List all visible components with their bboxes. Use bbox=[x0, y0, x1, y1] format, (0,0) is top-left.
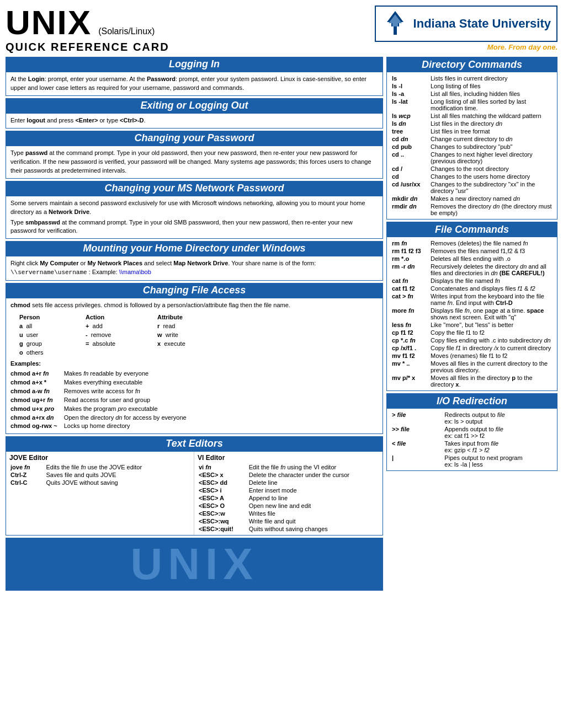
vi-desc8: Write file and quit bbox=[248, 517, 379, 525]
file-cmd-rm-f1f2f3: rm f1 f2 f3Removes the files named f1,f2… bbox=[390, 247, 554, 255]
vi-cmd4: <ESC> i bbox=[198, 486, 248, 494]
file-cmd-cp-c: cp *.c fnCopy files ending with .c into … bbox=[390, 336, 554, 344]
jove-cmd2: Ctrl-Z bbox=[9, 471, 45, 479]
file-access-content: chmod sets file access privileges. chmod… bbox=[6, 298, 383, 434]
unix-watermark-text: UNIX bbox=[130, 539, 258, 588]
dir-cmd-cd-slash: cd /Changes to the root directory bbox=[390, 165, 554, 173]
vi-row6: <ESC> O Open new line and edit bbox=[198, 502, 379, 510]
isu-name: Indiana State University bbox=[413, 17, 551, 31]
chmod-ex7: chmod og-rwx ~Locks up home directory bbox=[10, 422, 187, 431]
io-redirection-header: I/O Redirection bbox=[387, 394, 557, 409]
file-commands-header: File Commands bbox=[387, 222, 557, 237]
file-commands-content: rm fnRemoves (deletes) the file named fn… bbox=[387, 237, 557, 390]
mounting-link[interactable]: \\mama\bob bbox=[119, 269, 151, 275]
page: UNIX (Solaris/Linux) QUICK REFERENCE CAR… bbox=[0, 0, 563, 728]
io-cmd-gt: > file Redirects output to fileex: ls > … bbox=[390, 411, 554, 425]
vi-row9: <ESC>:quit! Quits without saving changes bbox=[198, 525, 379, 533]
chmod-row1-col1: a all bbox=[19, 322, 86, 331]
ms-network-text1: Some servers maintain a second password … bbox=[10, 199, 378, 217]
vi-desc1: Edit the file fn using the VI editor bbox=[248, 463, 379, 471]
io-cmd-lt: < file Takes input from fileex: gzip < f… bbox=[390, 440, 554, 454]
chmod-table: Person Action Attribute a all + add r re… bbox=[19, 313, 378, 357]
vi-row8: <ESC>:wq Write file and quit bbox=[198, 517, 379, 525]
chmod-row3-col1: g group bbox=[19, 340, 86, 349]
file-access-intro: chmod sets file access privileges. chmod… bbox=[10, 301, 378, 310]
ms-network-content: Some servers maintain a second password … bbox=[6, 196, 383, 239]
chmod-row2-col1: u user bbox=[19, 331, 86, 340]
vi-cmd3: <ESC> dd bbox=[198, 479, 248, 486]
dir-cmd-ls-a: ls -aList all files, including hidden fi… bbox=[390, 90, 554, 98]
file-cmd-rm-r: rm -r dnRecursively deletes the director… bbox=[390, 263, 554, 277]
vi-desc7: Writes file bbox=[248, 510, 379, 517]
jove-desc3: Quits JOVE without saving bbox=[45, 479, 190, 486]
dir-cmd-ls-wcp: ls wcpList all files matching the wildca… bbox=[390, 112, 554, 120]
mounting-header: Mounting your Home Directory under Windo… bbox=[6, 241, 383, 256]
jove-col: JOVE Editor jove fn Edits the file fn us… bbox=[6, 452, 194, 535]
logging-in-header: Logging In bbox=[6, 57, 383, 72]
vi-desc5: Append to line bbox=[248, 494, 379, 502]
file-cmd-mv-f1f2: mv f1 f2Moves (renames) file f1 to f2 bbox=[390, 352, 554, 360]
vi-row1: vi fn Edit the file fn using the VI edit… bbox=[198, 463, 379, 471]
dir-cmd-cd-usr: cd /usr/xxChanges to the subdirectory "x… bbox=[390, 180, 554, 195]
directory-commands-header: Directory Commands bbox=[387, 57, 557, 72]
io-redirection-section: I/O Redirection > file Redirects output … bbox=[386, 393, 557, 471]
chmod-row3-col3: x execute bbox=[157, 340, 224, 349]
dir-cmd-ls-lat: ls -latLong listing of all files sorted … bbox=[390, 98, 554, 112]
jove-table: jove fn Edits the file fn use the JOVE e… bbox=[9, 463, 190, 486]
dir-cmd-ls-l: ls -lLong listing of files bbox=[390, 82, 554, 90]
file-cmd-rm: rm fnRemoves (deletes) the file named fn bbox=[390, 239, 554, 247]
vi-cmd9: <ESC>:quit! bbox=[198, 525, 248, 533]
vi-cmd2: <ESC> x bbox=[198, 471, 248, 479]
directory-commands-content: lsLists files in current directory ls -l… bbox=[387, 72, 557, 219]
chmod-row2-col3: w write bbox=[157, 331, 224, 340]
editors-grid: JOVE Editor jove fn Edits the file fn us… bbox=[6, 452, 383, 535]
dir-cmd-ls: lsLists files in current directory bbox=[390, 74, 554, 82]
header-left: UNIX (Solaris/Linux) QUICK REFERENCE CAR… bbox=[6, 6, 169, 53]
unix-watermark: UNIX bbox=[6, 538, 383, 591]
dir-cmd-cd-pub: cd pubChanges to subdirectory "pub" bbox=[390, 143, 554, 151]
exiting-text: Enter logout and press <Enter> or type <… bbox=[10, 116, 378, 125]
changing-pw-text: Type passwd at the command prompt. Type … bbox=[10, 149, 378, 175]
isu-logo-icon bbox=[381, 10, 409, 38]
changing-pw-content: Type passwd at the command prompt. Type … bbox=[6, 146, 383, 179]
logging-in-content: At the Login: prompt, enter your usernam… bbox=[6, 72, 383, 96]
io-redirection-content: > file Redirects output to fileex: ls > … bbox=[387, 409, 557, 470]
file-cmd-cp-slash: cp /x/f1 .Copy file f1 in directory /x t… bbox=[390, 344, 554, 352]
chmod-ex3: chmod a-w fnRemoves write access for fn bbox=[10, 387, 187, 396]
chmod-row4-col1: o others bbox=[19, 349, 86, 357]
file-cmd-mv-p: mv p/* xMoves all files in the directory… bbox=[390, 374, 554, 388]
jove-row2: Ctrl-Z Saves file and quits JOVE bbox=[9, 471, 190, 479]
vi-row7: <ESC>:w Writes file bbox=[198, 510, 379, 517]
directory-commands-section: Directory Commands lsLists files in curr… bbox=[386, 57, 557, 220]
chmod-ex6: chmod a+rx dnOpen the directory dn for a… bbox=[10, 414, 187, 422]
vi-col: VI Editor vi fn Edit the file fn using t… bbox=[194, 452, 383, 535]
isu-text-block: Indiana State University bbox=[413, 17, 551, 31]
dir-cmd-cd-dn: cd dnChange current directory to dn bbox=[390, 135, 554, 143]
chmod-col3-header: Attribute bbox=[157, 313, 224, 322]
vi-row3: <ESC> dd Delete line bbox=[198, 479, 379, 486]
chmod-ex5: chmod u+x proMakes the program pro execu… bbox=[10, 405, 187, 414]
text-editors-header: Text Editors bbox=[6, 436, 383, 451]
dir-cmd-ls-dn: ls dnList files in the directory dn bbox=[390, 120, 554, 127]
file-access-header: Changing File Access bbox=[6, 283, 383, 298]
vi-row5: <ESC> A Append to line bbox=[198, 494, 379, 502]
chmod-ex4: chmod ug+r fnRead access for user and gr… bbox=[10, 396, 187, 405]
file-cmd-more: more fnDisplays file fn, one page at a t… bbox=[390, 307, 554, 321]
file-cmd-mv-dotdot: mv * ..Moves all files in the current di… bbox=[390, 360, 554, 374]
quick-ref: QUICK REFERENCE CARD bbox=[6, 41, 169, 53]
chmod-row4-col3 bbox=[157, 349, 224, 357]
vi-desc4: Enter insert mode bbox=[248, 486, 379, 494]
dir-cmd-mkdir: mkdir dnMakes a new directory named dn bbox=[390, 195, 554, 202]
vi-row2: <ESC> x Delete the character under the c… bbox=[198, 471, 379, 479]
directory-commands-table: lsLists files in current directory ls -l… bbox=[390, 74, 554, 217]
chmod-row3-col2: = absolute bbox=[86, 340, 157, 349]
mounting-content: Right click My Computer or My Network Pl… bbox=[6, 256, 383, 281]
file-commands-section: File Commands rm fnRemoves (deletes) the… bbox=[386, 222, 557, 391]
mounting-text: Right click My Computer or My Network Pl… bbox=[10, 259, 378, 277]
ms-network-text2: Type smbpasswd at the command prompt. Ty… bbox=[10, 218, 378, 236]
jove-desc1: Edits the file fn use the JOVE editor bbox=[45, 463, 190, 471]
file-cmd-less: less fnLike "more", but "less" is better bbox=[390, 321, 554, 329]
jove-row3: Ctrl-C Quits JOVE without saving bbox=[9, 479, 190, 486]
dir-cmd-cd-dotdot: cd ..Changes to next higher level direct… bbox=[390, 151, 554, 165]
subtitle: (Solaris/Linux) bbox=[98, 26, 155, 36]
